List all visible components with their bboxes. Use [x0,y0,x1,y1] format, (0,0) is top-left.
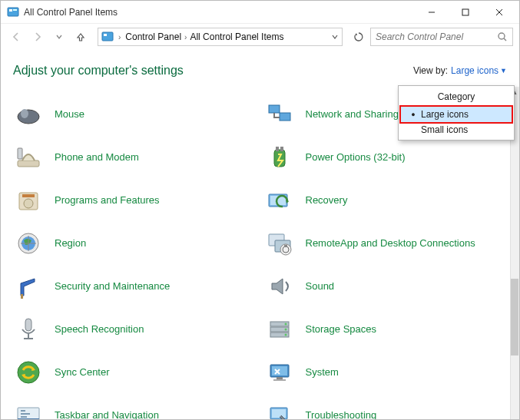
address-dropdown-icon[interactable] [331,33,339,41]
svg-rect-7 [102,32,113,41]
item-programs[interactable]: Programs and Features [13,185,257,216]
svg-rect-46 [272,366,287,375]
breadcrumb-current[interactable]: All Control Panel Items [190,31,283,42]
sync-icon [13,357,44,388]
item-speech[interactable]: Speech Recognition [13,314,257,345]
scroll-thumb[interactable] [511,279,518,356]
item-label: Sync Center [55,366,110,379]
svg-rect-14 [280,113,290,121]
title-bar: All Control Panel Items [1,1,519,24]
item-mouse[interactable]: Mouse [13,99,257,130]
item-taskbar[interactable]: Taskbar and Navigation [13,400,257,419]
chevron-right-icon: › [118,33,121,41]
window-title: All Control Panel Items [24,7,415,18]
search-icon [497,31,508,42]
search-box[interactable] [370,28,513,46]
svg-rect-34 [21,294,23,299]
control-panel-icon [101,31,114,43]
item-sync[interactable]: Sync Center [13,357,257,388]
item-system[interactable]: System [264,357,508,388]
view-by-control: View by: Large icons ▼ [413,65,507,76]
taskbar-icon [13,400,44,419]
network-icon [264,99,295,130]
item-phone[interactable]: Phone and Modem [13,142,257,173]
item-label: Programs and Features [55,194,160,207]
item-recovery[interactable]: Recovery [264,185,508,216]
minimize-button[interactable] [415,1,449,24]
back-button[interactable] [7,28,25,46]
item-label: System [306,366,339,379]
system-icon [264,357,295,388]
maximize-button[interactable] [449,1,482,24]
item-troubleshoot[interactable]: Troubleshooting [264,400,508,419]
speech-icon [13,314,44,345]
item-label: Mouse [55,108,84,121]
item-storage[interactable]: Storage Spaces [264,314,508,345]
close-button[interactable] [482,1,516,24]
dropdown-option-label: Large icons [421,109,469,120]
view-by-selector[interactable]: Large icons ▼ [451,65,507,76]
mouse-icon [13,99,44,130]
svg-rect-50 [18,418,39,419]
svg-rect-0 [8,8,18,16]
view-by-label: View by: [413,65,448,76]
content-area: Adjust your computer's settings View by:… [1,50,519,419]
item-label: Storage Spaces [306,323,377,336]
breadcrumb-root[interactable]: Control Panel [125,31,181,42]
item-security[interactable]: Security and Maintenance [13,271,257,302]
svg-point-44 [18,362,39,383]
svg-rect-35 [25,319,31,331]
svg-point-11 [18,110,39,124]
svg-point-41 [284,323,286,326]
chevron-down-icon: ▼ [500,67,507,74]
item-sound[interactable]: Sound [264,271,508,302]
svg-line-10 [504,38,506,41]
recent-dropdown[interactable] [50,28,68,46]
power-icon [264,142,295,173]
item-label: Sound [306,280,335,293]
recovery-icon [264,185,295,216]
item-label: RemoteApp and Desktop Connections [306,237,475,250]
item-remoteapp[interactable]: RemoteApp and Desktop Connections [264,228,508,259]
dropdown-option-small-icons[interactable]: Small icons [401,122,512,137]
chevron-right-icon: › [184,33,187,41]
svg-rect-21 [22,194,35,197]
svg-rect-13 [269,105,280,113]
up-button[interactable] [71,28,90,46]
address-bar[interactable]: › Control Panel › All Control Panel Item… [98,28,343,46]
item-label: Recovery [306,194,348,207]
item-power[interactable]: Power Options (32-bit) [264,142,508,173]
item-label: Phone and Modem [55,151,139,164]
svg-point-9 [498,33,505,39]
svg-rect-33 [284,245,287,247]
programs-icon [13,185,44,216]
dropdown-header[interactable]: Category [401,88,512,107]
storage-icon [264,314,295,345]
svg-rect-19 [280,147,283,151]
troubleshoot-icon [264,400,295,419]
refresh-button[interactable] [350,28,367,45]
svg-point-42 [284,329,286,331]
view-by-dropdown: Category ● Large icons Small icons [398,85,515,141]
forward-button[interactable] [28,28,47,46]
svg-rect-15 [18,160,39,167]
dropdown-option-large-icons[interactable]: ● Large icons [399,105,513,124]
svg-rect-48 [273,379,286,381]
view-by-value: Large icons [451,65,498,76]
svg-point-43 [284,334,286,336]
item-region[interactable]: Region [13,228,257,259]
svg-point-12 [21,109,28,118]
bullet-icon: ● [406,111,421,118]
svg-rect-8 [104,34,107,36]
app-icon [7,6,19,18]
svg-rect-16 [18,148,22,159]
svg-point-22 [24,199,33,208]
phone-icon [13,142,44,173]
search-input[interactable] [376,31,497,42]
remoteapp-icon [264,228,295,259]
item-label: Speech Recognition [55,323,144,336]
svg-rect-18 [276,147,279,151]
security-icon [13,271,44,302]
svg-rect-52 [272,409,286,418]
page-heading: Adjust your computer's settings [13,64,184,78]
